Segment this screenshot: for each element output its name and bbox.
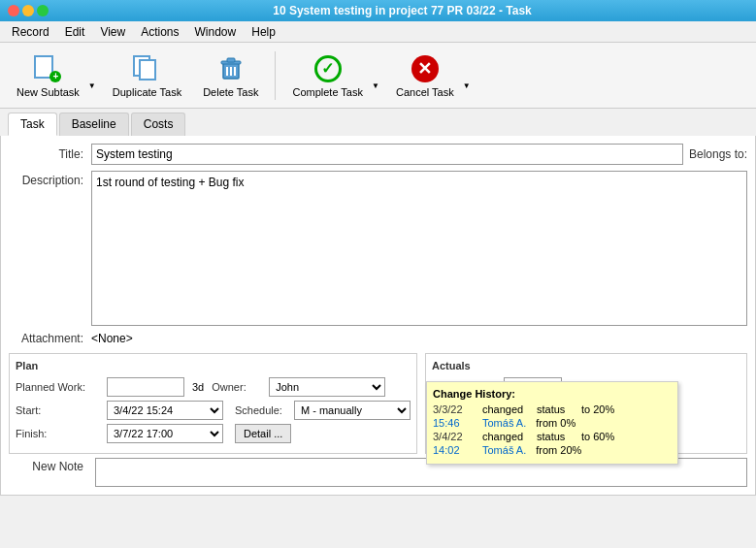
planned-work-input[interactable] [107,377,184,397]
plan-row-start-schedule: Start: 3/4/22 15:24 Schedule: M - manual… [16,401,411,420]
tab-baseline[interactable]: Baseline [59,113,129,136]
complete-task-label: Complete Task [292,86,363,98]
cancel-task-button[interactable]: ✕ Cancel Task [387,48,463,104]
cancel-icon-graphic: ✕ [411,55,439,82]
plan-section-title: Plan [16,360,411,371]
actuals-section: Actuals % Done: Remaining W Actual S: Ac… [425,353,747,454]
ch-date-1: 3/3/22 [433,403,477,415]
new-subtask-icon: + [32,53,63,84]
delete-task-button[interactable]: Delete Task [194,48,267,104]
planned-work-unit: 3d [188,381,208,393]
schedule-label: Schedule: [227,404,290,416]
tab-costs[interactable]: Costs [131,113,186,136]
change-history-popup: Change History: 3/3/22 changed status to… [426,381,678,465]
description-row: Description: 1st round of testing + Bug … [9,171,747,326]
schedule-select[interactable]: M - manually A - automatic [294,401,411,420]
ch-user-2: Tomáš A. [482,444,526,456]
ch-from-2: from 20% [532,444,581,456]
detail-button[interactable]: Detail ... [235,424,291,443]
description-label: Description: [9,171,91,187]
tab-task[interactable]: Task [8,113,57,136]
menu-help[interactable]: Help [244,23,283,41]
duplicate-icon [131,53,162,84]
new-subtask-icon-graphic: + [34,55,61,82]
title-bar: 10 System testing in project 77 PR 03/22… [0,0,756,21]
change-history-row-2: 3/4/22 changed status to 60% [433,431,672,442]
title-input[interactable] [91,144,683,165]
tabs-container: Task Baseline Costs [0,109,756,136]
complete-task-dropdown-arrow[interactable]: ▼ [372,48,383,104]
menu-record[interactable]: Record [4,23,57,41]
belongs-to-label: Belongs to: [683,147,747,161]
toolbar: + New Subtask ▼ Duplicate Task [0,43,756,109]
ch-time-1: 15:46 [433,417,477,429]
title-row: Title: Belongs to: [9,144,747,165]
title-label: Title: [9,147,91,161]
ch-action-2: changed [482,431,531,442]
duplicate-task-label: Duplicate Task [113,86,181,98]
ch-action-1: changed [482,403,531,415]
change-history-row-1: 3/3/22 changed status to 20% [433,403,672,415]
menu-bar: Record Edit View Actions Window Help [0,21,756,43]
window-title: 10 System testing in project 77 PR 03/22… [56,4,748,17]
description-textarea[interactable]: 1st round of testing + Bug fix [91,171,747,326]
complete-task-button[interactable]: ✓ Complete Task [283,48,372,104]
planned-work-label: Planned Work: [16,381,103,393]
plan-row-work-owner: Planned Work: 3d Owner: John Jane Bob [16,377,411,397]
menu-window[interactable]: Window [187,23,245,41]
cancel-task-label: Cancel Task [396,86,454,98]
ch-field-2: status [537,431,575,442]
maximize-window-button[interactable] [37,5,49,16]
delete-icon [215,53,247,84]
ch-field-1: status [537,403,575,415]
ch-from-1: from 0% [532,417,575,429]
new-subtask-button[interactable]: + New Subtask [8,48,88,104]
menu-edit[interactable]: Edit [57,23,93,41]
change-history-title: Change History: [433,388,672,400]
menu-actions[interactable]: Actions [133,23,186,41]
duplicate-task-button[interactable]: Duplicate Task [104,48,190,104]
new-subtask-dropdown-arrow[interactable]: ▼ [88,48,100,104]
owner-select[interactable]: John Jane Bob [269,377,385,397]
change-history-row-2b: 14:02 Tomáš A. from 20% [433,444,672,456]
start-label: Start: [16,404,103,416]
ch-user-1: Tomáš A. [482,417,526,429]
plan-row-finish-detail: Finish: 3/7/22 17:00 Detail ... [16,424,411,443]
close-window-button[interactable] [8,5,19,16]
finish-label: Finish: [16,428,103,439]
minimize-window-button[interactable] [22,5,34,16]
delete-icon-graphic [217,55,245,82]
main-content-area: Title: Belongs to: Description: 1st roun… [0,136,756,496]
delete-task-label: Delete Task [203,86,258,98]
menu-view[interactable]: View [92,23,133,41]
ch-date-2: 3/4/22 [433,431,477,442]
window-controls[interactable] [8,5,49,16]
duplicate-icon-graphic [133,55,160,82]
new-subtask-label: New Subtask [16,86,80,98]
cancel-icon: ✕ [410,53,441,84]
plan-section: Plan Planned Work: 3d Owner: John Jane B… [9,353,417,454]
svg-rect-2 [227,58,235,62]
start-input[interactable]: 3/4/22 15:24 [107,401,223,420]
attachment-row: Attachment: <None> [9,332,747,345]
ch-value-2-to: to 60% [581,431,614,442]
toolbar-separator [275,51,276,100]
plan-actuals-container: Plan Planned Work: 3d Owner: John Jane B… [9,353,747,454]
complete-icon-graphic: ✓ [314,55,342,82]
actuals-section-title: Actuals [432,360,740,371]
change-history-row-1b: 15:46 Tomáš A. from 0% [433,417,672,429]
complete-icon: ✓ [312,53,344,84]
attachment-value: <None> [91,332,133,345]
ch-value-1-to: to 20% [581,403,614,415]
ch-time-2: 14:02 [433,444,477,456]
attachment-label: Attachment: [9,332,91,345]
new-note-label: New Note [9,458,91,473]
owner-label: Owner: [212,381,265,393]
finish-input[interactable]: 3/7/22 17:00 [107,424,223,443]
cancel-task-dropdown-arrow[interactable]: ▼ [463,48,475,104]
